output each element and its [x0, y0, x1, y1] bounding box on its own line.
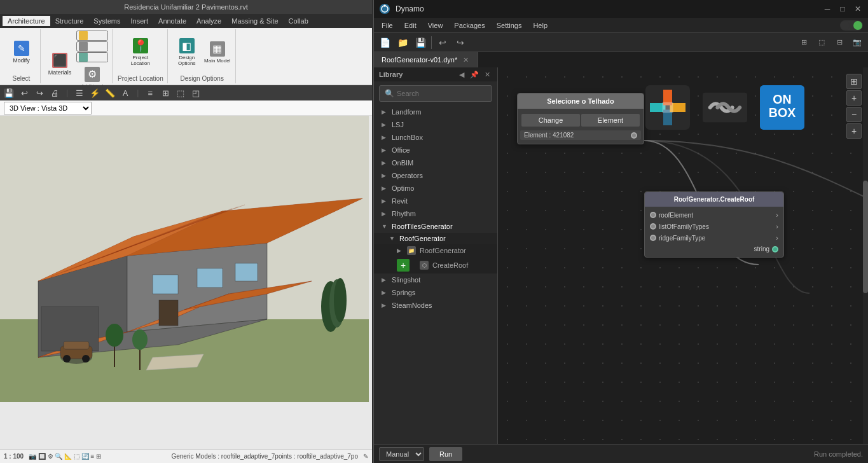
input-port-ridgefamilytype[interactable]: [650, 235, 656, 241]
toolbar-new[interactable]: 📄: [376, 35, 393, 50]
library-item-slingshot[interactable]: ▶ Slingshot: [374, 273, 497, 286]
dynamo-canvas[interactable]: Selecione o Telhado Change Element Eleme…: [498, 67, 868, 444]
tab-annotate[interactable]: Annotate: [153, 16, 191, 26]
tab-close-button[interactable]: ✕: [461, 55, 470, 64]
qat-filter[interactable]: ⚡: [88, 87, 101, 99]
sub-sub-createroof-label: CreateRoof: [432, 261, 468, 269]
tab-analyze[interactable]: Analyze: [191, 16, 226, 26]
canvas-add-button[interactable]: +: [846, 123, 862, 139]
node-change-button[interactable]: Change: [521, 114, 580, 127]
materials-button[interactable]: ⬛ Materials: [46, 45, 74, 83]
tab-systems[interactable]: Systems: [88, 16, 125, 26]
svg-rect-19: [197, 268, 223, 287]
library-collapse-btn[interactable]: ◀: [457, 69, 467, 79]
view-scale: 1 : 100: [4, 453, 24, 460]
menu-edit[interactable]: Edit: [399, 20, 422, 31]
toolbar-redo[interactable]: ↪: [452, 35, 469, 50]
run-button[interactable]: Run: [429, 447, 462, 461]
qat-save[interactable]: 💾: [3, 87, 15, 99]
output-port-element[interactable]: [631, 132, 637, 139]
library-item-springs[interactable]: ▶ Springs: [374, 286, 497, 299]
canvas-controls: ⊞ + − +: [846, 74, 862, 139]
toolbar-view-grid[interactable]: ⊟: [831, 35, 848, 50]
qat-align[interactable]: ⊞: [159, 87, 172, 99]
library-item-label: OnBIM: [392, 159, 492, 167]
library-item-rhythm[interactable]: ▶ Rhythm: [374, 207, 497, 220]
library-item-rooftilesgenerator[interactable]: ▼ RoofTilesGenerator: [374, 220, 497, 233]
library-pin-btn[interactable]: 📌: [469, 69, 479, 79]
input-port-roofelement[interactable]: [650, 212, 656, 218]
menu-settings[interactable]: Settings: [492, 20, 527, 31]
tab-collab[interactable]: Collab: [284, 16, 313, 26]
library-item-office[interactable]: ▶ Office: [374, 144, 497, 156]
library-sub-item-roofgenerator[interactable]: ▼ RoofGenerator: [374, 233, 497, 244]
node-element-button[interactable]: Element: [581, 114, 640, 127]
toolbar-view-fit[interactable]: ⊞: [796, 35, 812, 50]
qat-print[interactable]: 🖨: [48, 87, 61, 99]
library-item-lunchbox[interactable]: ▶ LunchBox: [374, 131, 497, 144]
qat-undo[interactable]: ↩: [18, 87, 31, 99]
dynamo-minimize-button[interactable]: ─: [822, 4, 832, 14]
library-item-label: LSJ: [392, 121, 492, 128]
design-options-button[interactable]: ◧ Design Options: [173, 33, 201, 71]
canvas-zoom-in-button[interactable]: +: [846, 90, 862, 106]
toolbar-view-bg[interactable]: ⬚: [813, 35, 830, 50]
qat-text[interactable]: A: [119, 87, 132, 99]
library-item-revit[interactable]: ▶ Revit: [374, 195, 497, 207]
tab-insert[interactable]: Insert: [126, 16, 154, 26]
library-item-steamnodes[interactable]: ▶ SteamNodes: [374, 299, 497, 312]
library-item-optimo[interactable]: ▶ Optimo: [374, 182, 497, 195]
toolbar-separator: [431, 36, 432, 49]
node-create-roof: RoofGenerator.CreateRoof roofElement › l…: [644, 191, 784, 258]
canvas-scrollbar-vertical[interactable]: [863, 67, 868, 444]
menu-help[interactable]: Help: [528, 20, 553, 31]
small-btn-3[interactable]: [76, 52, 108, 62]
modify-button[interactable]: ✎ Modify: [8, 33, 36, 71]
toolbar-save[interactable]: 💾: [412, 35, 429, 50]
library-item-onbim[interactable]: ▶ OnBIM: [374, 156, 497, 169]
menu-packages[interactable]: Packages: [449, 20, 490, 31]
tab-architecture[interactable]: Architecture: [3, 16, 50, 26]
project-location-button[interactable]: 📍 Project Location: [127, 33, 155, 71]
library-sub-sub-createroof[interactable]: + ⬡ CreateRoof: [374, 257, 497, 273]
toolbar-screenshot[interactable]: 📷: [849, 35, 865, 50]
library-item-lsj[interactable]: ▶ LSJ: [374, 118, 497, 131]
library-item-operators[interactable]: ▶ Operators: [374, 169, 497, 182]
output-port-string[interactable]: [772, 246, 778, 252]
qat-measure[interactable]: 📏: [104, 87, 116, 99]
dynamo-maximize-button[interactable]: □: [837, 4, 848, 14]
qat-select-all[interactable]: ☰: [73, 87, 86, 99]
small-icon-3: [79, 53, 88, 62]
qat-graphic[interactable]: ◰: [189, 87, 202, 99]
small-btn-1[interactable]: [76, 31, 108, 41]
dynamo-close-button[interactable]: ✕: [853, 4, 863, 14]
toolbar-undo[interactable]: ↩: [434, 35, 451, 50]
qat-thin-lines[interactable]: ≡: [144, 87, 156, 99]
library-search-area: 🔍: [374, 81, 497, 106]
toolbar-open[interactable]: 📁: [394, 35, 411, 50]
library-sub-label: RoofGenerator: [399, 235, 492, 242]
run-mode-selector[interactable]: Manual: [379, 447, 424, 461]
main-model-icon: ▦: [210, 41, 225, 57]
tab-massing[interactable]: Massing & Site: [226, 16, 283, 26]
library-search-input[interactable]: [397, 90, 486, 97]
input-port-listoffamilytypes[interactable]: [650, 223, 656, 230]
library-close-btn[interactable]: ✕: [482, 69, 492, 79]
library-sub-sub-roofgenerator[interactable]: ▶ 📁 RoofGenerator: [374, 244, 497, 257]
canvas-zoom-out-button[interactable]: −: [846, 107, 862, 122]
design-options-icon: ◧: [179, 38, 195, 53]
menu-file[interactable]: File: [376, 20, 398, 31]
qat-region[interactable]: ⬚: [174, 87, 187, 99]
tab-structure[interactable]: Structure: [50, 16, 89, 26]
view-selector[interactable]: 3D View : Vista 3D: [4, 102, 92, 114]
add-node-button[interactable]: +: [397, 259, 410, 272]
menu-view[interactable]: View: [423, 20, 448, 31]
library-item-landform[interactable]: ▶ Landform: [374, 106, 497, 118]
dynamo-window-title: Dynamo: [396, 4, 817, 13]
canvas-fit-button[interactable]: ⊞: [846, 74, 862, 89]
main-model-button[interactable]: ▦ Main Model: [203, 33, 231, 71]
qat-redo[interactable]: ↪: [33, 87, 46, 99]
small-btn-2[interactable]: [76, 41, 108, 52]
dynamo-menubar: File Edit View Packages Settings Help: [374, 18, 868, 33]
dynamo-active-tab[interactable]: RoofGenerator-v01.dyn* ✕: [374, 52, 478, 67]
